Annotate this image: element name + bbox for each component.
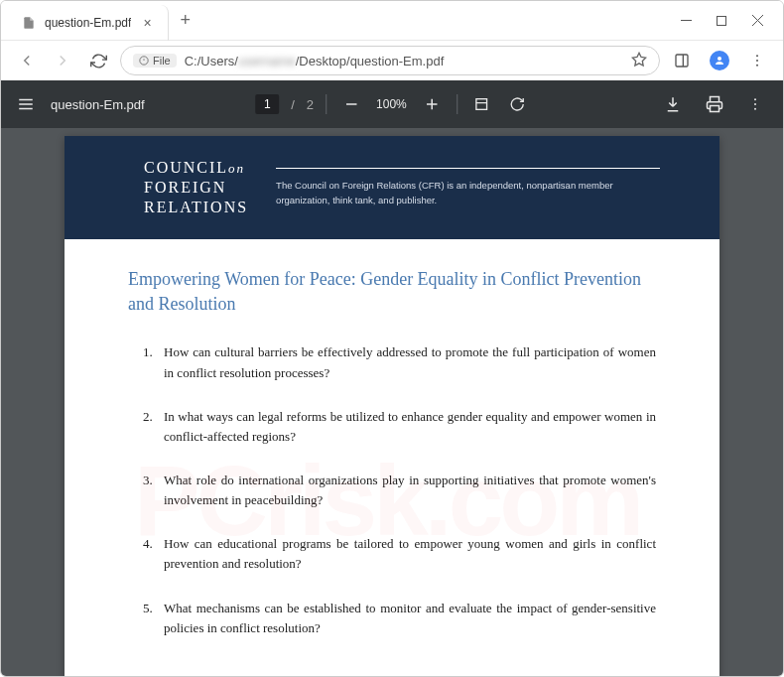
- pdf-toolbar-center: / 2 100%: [255, 91, 529, 117]
- pdf-page: PCrisk.com COUNCILon FOREIGN RELATIONS T…: [65, 136, 719, 677]
- bookmark-star-icon[interactable]: [631, 52, 647, 70]
- zoom-value: 100%: [376, 97, 407, 111]
- svg-point-10: [756, 65, 758, 67]
- profile-icon[interactable]: [706, 47, 733, 74]
- more-options-icon[interactable]: [743, 92, 767, 116]
- print-icon[interactable]: [702, 91, 727, 117]
- page-separator: /: [291, 97, 295, 112]
- back-icon[interactable]: [13, 47, 41, 74]
- reload-icon[interactable]: [84, 47, 112, 74]
- pdf-viewport[interactable]: PCrisk.com COUNCILon FOREIGN RELATIONS T…: [1, 128, 783, 677]
- window-titlebar: question-Em.pdf × +: [1, 1, 783, 41]
- hamburger-menu-icon[interactable]: [17, 95, 35, 113]
- list-item: In what ways can legal reforms be utiliz…: [156, 407, 656, 447]
- svg-point-22: [754, 108, 756, 110]
- pdf-file-icon: [21, 15, 37, 31]
- list-item: What mechanisms can be established to mo…: [156, 599, 656, 638]
- pdf-toolbar: question-Em.pdf / 2 100%: [1, 80, 783, 128]
- window-controls: [672, 7, 783, 35]
- toolbar-divider: [326, 94, 327, 114]
- file-chip: File: [133, 54, 177, 68]
- svg-point-20: [754, 98, 756, 100]
- fit-page-icon[interactable]: [469, 92, 493, 116]
- address-bar-row: File C:/Users/username/Desktop/question-…: [1, 41, 783, 80]
- pdf-toolbar-right: [660, 91, 767, 117]
- header-description: The Council on Foreign Relations (CFR) i…: [276, 168, 660, 207]
- rotate-icon[interactable]: [505, 92, 529, 116]
- svg-rect-17: [475, 99, 486, 110]
- page-number-input[interactable]: [255, 94, 279, 114]
- svg-point-7: [718, 57, 721, 61]
- kebab-menu-icon[interactable]: [743, 47, 771, 74]
- svg-rect-19: [711, 106, 719, 112]
- close-tab-icon[interactable]: ×: [139, 15, 155, 31]
- question-list: How can cultural barriers be effectively…: [128, 342, 656, 637]
- browser-tab[interactable]: question-Em.pdf ×: [9, 5, 169, 41]
- list-item: How can educational programs be tailored…: [156, 534, 656, 574]
- list-item: What role do international organizations…: [156, 471, 656, 510]
- url-path: C:/Users/username/Desktop/question-Em.pd…: [185, 54, 445, 68]
- svg-point-21: [754, 103, 756, 105]
- svg-rect-5: [676, 55, 688, 67]
- pdf-filename: question-Em.pdf: [51, 97, 145, 112]
- maximize-icon[interactable]: [708, 7, 735, 35]
- file-chip-label: File: [153, 55, 171, 67]
- close-window-icon[interactable]: [743, 7, 771, 35]
- forward-icon: [49, 47, 76, 74]
- list-item: How can cultural barriers be effectively…: [156, 342, 656, 382]
- download-icon[interactable]: [660, 91, 686, 117]
- cfr-logo: COUNCILon FOREIGN RELATIONS: [144, 158, 248, 217]
- svg-point-9: [756, 60, 758, 62]
- page-total: 2: [307, 97, 314, 112]
- address-bar[interactable]: File C:/Users/username/Desktop/question-…: [120, 46, 660, 75]
- zoom-out-icon[interactable]: [338, 91, 364, 117]
- svg-point-8: [756, 55, 758, 57]
- svg-marker-4: [632, 53, 645, 66]
- zoom-in-icon[interactable]: [419, 91, 445, 117]
- tab-title: question-Em.pdf: [45, 16, 131, 30]
- new-tab-button[interactable]: +: [169, 10, 203, 31]
- svg-rect-0: [718, 16, 726, 25]
- toolbar-divider: [457, 94, 457, 114]
- minimize-icon[interactable]: [672, 7, 700, 35]
- document-body: Empowering Women for Peace: Gender Equal…: [65, 239, 719, 677]
- document-header: COUNCILon FOREIGN RELATIONS The Council …: [65, 136, 719, 239]
- document-title: Empowering Women for Peace: Gender Equal…: [128, 267, 656, 317]
- side-panel-icon[interactable]: [668, 47, 696, 74]
